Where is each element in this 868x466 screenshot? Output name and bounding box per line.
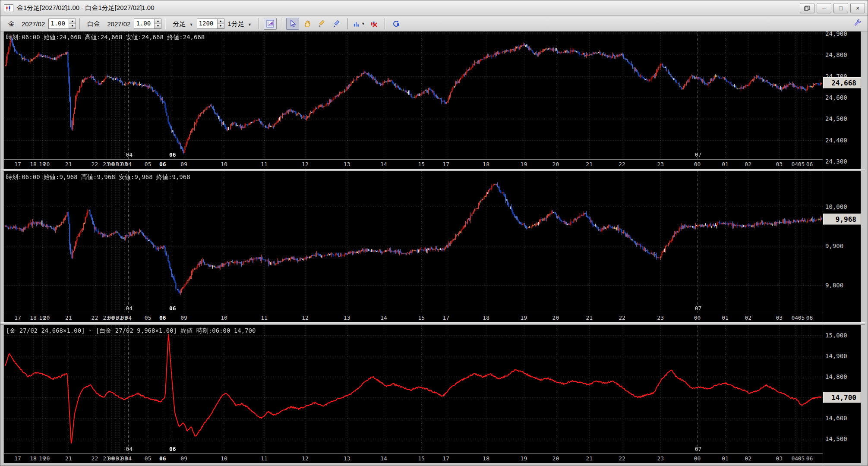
platinum-plot-area[interactable]: 時刻:06:00 始値:9,968 高値:9,968 安値:9,968 終値:9… xyxy=(4,171,823,313)
x-axis-label: 15 xyxy=(418,455,425,462)
settings-wrench-button[interactable] xyxy=(854,18,862,28)
gold-contract-label: 2027/02 xyxy=(22,20,45,28)
x-axis-label: 22 xyxy=(619,315,625,321)
toolbar: 金 2027/02 1.00 ▲ ▼ 白金 2027/02 1.00 ▲ ▼ 分… xyxy=(0,16,868,31)
toolbar-separator xyxy=(281,18,282,29)
x-axis-label: 19 xyxy=(521,315,527,321)
x-axis-label: 04 xyxy=(125,315,132,321)
gold-candlestick-canvas[interactable] xyxy=(4,31,823,159)
x-axis-label: 21 xyxy=(65,455,72,462)
pan-hand-tool-button[interactable] xyxy=(301,18,314,30)
x-axis-label: 18 xyxy=(30,161,37,167)
platinum-multiplier-down-button[interactable]: ▼ xyxy=(155,24,161,28)
x-axis-label: 06 xyxy=(806,455,813,462)
x-axis-label: 05 xyxy=(145,455,152,462)
x-axis-label: 14 xyxy=(380,315,387,321)
x-axis-label: 23 xyxy=(657,315,664,321)
right-scrollbar-strip[interactable] xyxy=(861,31,868,466)
svg-text:R: R xyxy=(397,23,399,27)
platinum-multiplier-spinner[interactable]: 1.00 ▲ ▼ xyxy=(134,19,161,29)
y-axis-tick-label: 14,600 xyxy=(825,415,847,422)
window-bottom-border xyxy=(0,463,868,466)
window-left-border xyxy=(0,31,4,466)
y-axis-tick-label: 14,800 xyxy=(825,373,847,380)
x-axis-label: 20 xyxy=(43,455,50,462)
spread-line-canvas[interactable] xyxy=(4,325,823,453)
x-axis-label: 03 xyxy=(776,161,783,167)
gold-plot-area[interactable]: 時刻:06:00 始値:24,668 高値:24,668 安値:24,668 終… xyxy=(4,31,823,159)
cursor-tool-button[interactable] xyxy=(286,18,299,30)
timeframe-dropdown[interactable]: 1分足 ▼ xyxy=(228,20,252,28)
x-axis-label: 17 xyxy=(442,315,449,321)
platinum-multiplier-value[interactable]: 1.00 xyxy=(134,19,154,28)
bar-count-up-button[interactable]: ▲ xyxy=(218,19,224,24)
cursor-icon xyxy=(289,20,296,28)
toolbar-separator xyxy=(385,18,385,29)
x-axis-label: 11 xyxy=(261,455,268,462)
platinum-candlestick-canvas[interactable] xyxy=(4,171,823,313)
x-axis-label: 01 xyxy=(722,455,729,462)
x-axis-label: 05 xyxy=(145,161,152,167)
y-axis-tick-label: 14,500 xyxy=(825,435,847,442)
x-axis-label: 09 xyxy=(180,455,187,462)
chevron-down-icon: ▼ xyxy=(248,22,252,27)
pencil-draw-tool-button[interactable] xyxy=(316,18,328,30)
x-axis-label: 22 xyxy=(92,315,98,321)
x-axis-label: 04 xyxy=(792,455,799,462)
maximize-button[interactable]: □ xyxy=(833,3,848,13)
x-axis-label: 06 xyxy=(159,315,166,321)
indicator-dropdown-button[interactable]: ▼ xyxy=(353,18,366,30)
title-bar[interactable]: 金1分足[2027/02]1.00 - 白金1分足[2027/02]1.00 –… xyxy=(0,0,868,16)
gold-multiplier-spinner[interactable]: 1.00 ▲ ▼ xyxy=(48,19,76,29)
x-axis-label: 18 xyxy=(483,315,489,321)
chevron-down-icon: ▼ xyxy=(361,22,365,26)
x-axis-label: 02 xyxy=(745,161,751,167)
x-axis-label: 20 xyxy=(552,161,559,167)
x-axis-label: 17 xyxy=(442,455,449,462)
x-axis-label: 00 xyxy=(694,315,701,321)
y-axis-tick-label: 24,400 xyxy=(825,137,847,144)
x-axis-label: 21 xyxy=(586,455,593,462)
delete-candles-icon xyxy=(370,20,378,28)
x-axis-label: 05 xyxy=(145,315,152,321)
chart-settings-button[interactable] xyxy=(264,18,277,30)
y-axis-tick-label: 10,000 xyxy=(825,203,847,210)
bar-type-dropdown[interactable]: 分足 ▼ xyxy=(173,20,193,28)
x-axis-label: 05 xyxy=(798,455,805,462)
spread-chart-panel: [金 27/02 24,668×1.00] - [白金 27/02 9,968×… xyxy=(4,325,861,463)
bar-count-down-button[interactable]: ▼ xyxy=(218,24,224,28)
marker-draw-tool-button[interactable] xyxy=(330,18,343,30)
window-layout-button[interactable] xyxy=(800,3,814,13)
x-axis-label: 20 xyxy=(43,315,50,321)
x-axis-label: 05 xyxy=(798,161,805,167)
x-axis-label: 20 xyxy=(552,455,559,462)
chevron-down-icon: ▼ xyxy=(189,22,193,27)
delete-drawing-button[interactable] xyxy=(367,18,380,30)
x-axis-label: 20 xyxy=(552,315,559,321)
x-axis-label: 19 xyxy=(521,455,527,462)
toolbar-separator xyxy=(165,18,166,29)
bar-count-spinner[interactable]: 1200 ▲ ▼ xyxy=(197,19,224,29)
gold-multiplier-value[interactable]: 1.00 xyxy=(49,19,69,28)
x-axis-label: 18 xyxy=(30,315,37,321)
x-axis-label: 12 xyxy=(302,161,309,167)
x-axis-label: 21 xyxy=(586,315,593,321)
x-axis-label: 04 xyxy=(792,161,799,167)
platinum-multiplier-up-button[interactable]: ▲ xyxy=(155,19,161,24)
close-button[interactable]: × xyxy=(850,3,865,13)
x-axis-label: 17 xyxy=(14,455,21,462)
x-axis-label: 23 xyxy=(657,455,664,462)
x-axis-label: 03 xyxy=(776,315,783,321)
bar-count-value[interactable]: 1200 xyxy=(197,19,217,28)
spread-plot-area[interactable]: [金 27/02 24,668×1.00] - [白金 27/02 9,968×… xyxy=(4,325,823,453)
gold-multiplier-up-button[interactable]: ▲ xyxy=(69,19,76,24)
current-price-badge: 14,700 xyxy=(823,392,861,403)
gold-chart-panel: 時刻:06:00 始値:24,668 高値:24,668 安値:24,668 終… xyxy=(4,31,861,169)
gold-multiplier-down-button[interactable]: ▼ xyxy=(69,24,76,28)
app-candlestick-icon xyxy=(4,4,13,12)
gold-x-axis: 1718192021222300010203040506091011121314… xyxy=(4,159,823,169)
platinum-x-axis: 1718192021222300010203040506091011121314… xyxy=(4,313,823,322)
refresh-button[interactable]: R xyxy=(390,18,403,30)
minimize-button[interactable]: – xyxy=(817,3,831,13)
y-axis-tick-label: 24,500 xyxy=(825,115,847,122)
